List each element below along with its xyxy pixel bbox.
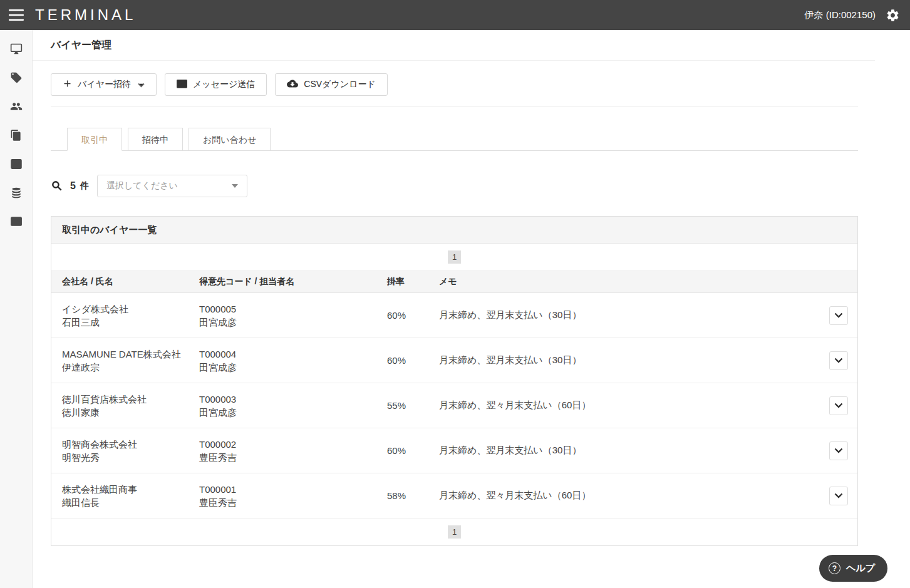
buyer-invite-label: バイヤー招待 <box>78 79 131 90</box>
company-name: 徳川百貨店株式会社 <box>62 393 199 406</box>
buyer-list-panel: 取引中のバイヤー一覧 1 会社名 / 氏名 得意先コード / 担当者名 掛率 メ… <box>51 216 858 546</box>
page-title: バイヤー管理 <box>51 39 111 52</box>
sidebar-item-news[interactable] <box>0 209 32 237</box>
panel-title: 取引中のバイヤー一覧 <box>51 217 857 244</box>
toolbar: バイヤー招待 メッセージ送信 CSVダウンロード <box>51 73 858 107</box>
sidebar-item-documents[interactable] <box>0 122 32 151</box>
memo-text: 月末締め、翌々月末支払い（60日） <box>439 400 829 411</box>
hamburger-menu-icon[interactable] <box>0 0 33 30</box>
rate-value: 60% <box>387 310 439 321</box>
sidebar-item-products[interactable] <box>0 64 32 93</box>
chevron-down-icon <box>138 80 145 90</box>
chevron-down-icon <box>834 356 843 365</box>
sidebar-item-data[interactable] <box>0 180 32 209</box>
rate-value: 60% <box>387 355 439 366</box>
customer-code: T000004 <box>199 348 387 361</box>
database-icon <box>10 187 23 202</box>
column-company: 会社名 / 氏名 <box>62 276 199 287</box>
chevron-down-icon <box>834 311 843 320</box>
manager-name: 田宮成彦 <box>199 361 387 374</box>
filter-select-placeholder: 選択してください <box>106 180 178 192</box>
company-name: 明智商会株式会社 <box>62 438 199 451</box>
send-message-label: メッセージ送信 <box>193 79 255 90</box>
csv-download-button[interactable]: CSVダウンロード <box>275 73 387 96</box>
tab-invited[interactable]: 招待中 <box>128 128 183 151</box>
buyer-invite-button[interactable]: バイヤー招待 <box>51 73 157 96</box>
gear-icon[interactable] <box>886 8 900 23</box>
sidebar-item-dashboard[interactable] <box>0 36 32 64</box>
memo-text: 月末締め、翌月末支払い（30日） <box>439 445 829 456</box>
company-name: イシダ株式会社 <box>62 302 199 316</box>
column-rate: 掛率 <box>387 276 439 287</box>
memo-text: 月末締め、翌々月末支払い（60日） <box>439 490 829 502</box>
sidebar <box>0 30 33 588</box>
company-name: 株式会社織田商事 <box>62 483 199 496</box>
csv-download-label: CSVダウンロード <box>304 79 375 90</box>
person-name: 明智光秀 <box>62 451 199 464</box>
memo-text: 月末締め、翌月末支払い（30日） <box>439 309 829 321</box>
person-name: 徳川家康 <box>62 406 199 419</box>
search-row: 5 件 選択してください <box>51 175 858 197</box>
chevron-down-icon <box>834 491 843 500</box>
filter-select[interactable]: 選択してください <box>97 175 247 197</box>
tag-icon <box>10 71 23 86</box>
tab-bar: 取引中 招待中 お問い合わせ <box>51 128 858 151</box>
page-number-button[interactable]: 1 <box>448 250 461 264</box>
table-row: 株式会社織田商事 織田信長 T000001 豊臣秀吉 58% 月末締め、翌々月末… <box>51 473 857 518</box>
user-name: 伊奈 (ID:002150) <box>805 9 876 21</box>
customer-code: T000003 <box>199 393 387 406</box>
manager-name: 田宮成彦 <box>199 316 387 329</box>
table-body: イシダ株式会社 石田三成 T000005 田宮成彦 60% 月末締め、翌月末支払… <box>51 293 857 518</box>
header-right: 伊奈 (ID:002150) <box>805 8 910 23</box>
search-icon <box>51 180 63 192</box>
sidebar-item-analytics[interactable] <box>0 151 32 180</box>
pagination-bottom: 1 <box>51 518 857 545</box>
row-expand-button[interactable] <box>829 487 848 505</box>
page-number-button[interactable]: 1 <box>448 525 461 539</box>
table-row: 徳川百貨店株式会社 徳川家康 T000003 田宮成彦 55% 月末締め、翌々月… <box>51 383 857 428</box>
envelope-icon <box>177 80 187 90</box>
customer-code: T000005 <box>199 302 387 316</box>
row-expand-button[interactable] <box>829 306 848 325</box>
help-label: ヘルプ <box>846 562 875 574</box>
table-row: イシダ株式会社 石田三成 T000005 田宮成彦 60% 月末締め、翌月末支払… <box>51 293 857 338</box>
column-memo: メモ <box>439 276 829 287</box>
rate-value: 55% <box>387 400 439 411</box>
customer-code: T000001 <box>199 483 387 496</box>
page-header: バイヤー管理 <box>33 30 875 61</box>
main-content: バイヤー管理 バイヤー招待 メッセージ送信 CSVダウンロード 取引中 招待中 … <box>33 30 875 546</box>
help-button[interactable]: ? ヘルプ <box>819 555 887 582</box>
column-code: 得意先コード / 担当者名 <box>199 276 387 287</box>
manager-name: 豊臣秀吉 <box>199 451 387 464</box>
tab-inquiry[interactable]: お問い合わせ <box>189 128 271 151</box>
caret-down-icon <box>232 184 238 188</box>
person-name: 織田信長 <box>62 496 199 509</box>
result-count-unit: 件 <box>80 180 89 192</box>
chart-line-icon <box>10 158 23 173</box>
chevron-down-icon <box>834 401 843 410</box>
rate-value: 58% <box>387 490 439 501</box>
table-row: MASAMUNE DATE株式会社 伊達政宗 T000004 田宮成彦 60% … <box>51 338 857 383</box>
users-icon <box>9 100 23 115</box>
app-logo[interactable]: TERMINAL <box>35 6 136 24</box>
company-name: MASAMUNE DATE株式会社 <box>62 348 199 361</box>
cloud-download-icon <box>287 79 298 90</box>
row-expand-button[interactable] <box>829 441 848 460</box>
person-name: 伊達政宗 <box>62 361 199 374</box>
pagination-top: 1 <box>51 244 857 271</box>
manager-name: 田宮成彦 <box>199 406 387 419</box>
row-expand-button[interactable] <box>829 396 848 415</box>
memo-text: 月末締め、翌月末支払い（30日） <box>439 354 829 366</box>
desktop-icon <box>10 43 23 58</box>
question-mark-icon: ? <box>829 562 840 574</box>
tab-trading[interactable]: 取引中 <box>67 128 122 151</box>
copy-icon <box>10 129 22 144</box>
person-name: 石田三成 <box>62 316 199 329</box>
row-expand-button[interactable] <box>829 351 848 370</box>
table-row: 明智商会株式会社 明智光秀 T000002 豊臣秀吉 60% 月末締め、翌月末支… <box>51 428 857 473</box>
sidebar-item-buyers[interactable] <box>0 93 32 122</box>
send-message-button[interactable]: メッセージ送信 <box>165 73 267 96</box>
newspaper-icon <box>10 216 23 230</box>
chevron-down-icon <box>834 446 843 455</box>
customer-code: T000002 <box>199 438 387 451</box>
